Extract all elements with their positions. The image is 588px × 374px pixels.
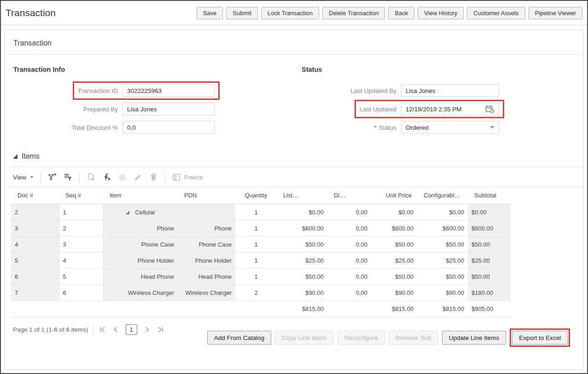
view-menu-label: View	[13, 174, 26, 181]
current-page-input[interactable]: 1	[126, 324, 137, 335]
field-group: Last Updated ByLisa Jones	[345, 81, 504, 100]
column-header-unit[interactable]: Unit Price	[371, 188, 417, 204]
cell-list: $25.00	[277, 253, 327, 269]
toolbar-separator	[41, 172, 41, 183]
prepared-by-label: Prepared By	[83, 106, 118, 113]
page-header: Transaction SaveSubmitLock TransactionDe…	[1, 1, 587, 25]
cell-qty: 1	[235, 269, 277, 285]
field-value: 0.0	[127, 124, 210, 131]
column-header-config[interactable]: Configurabl... ...	[417, 188, 468, 204]
cell-doc: 2	[11, 204, 59, 220]
cell-seq: 1	[59, 204, 103, 220]
cell-unit: $90.00	[371, 285, 417, 301]
last-updated-by-label: Last Updated By	[350, 87, 396, 94]
table-header-row: Doc #Seq #ItemPDNQuantityList PriceDisco…	[11, 188, 511, 204]
table-row[interactable]: 54Phone HolderPhone Holder1$25.000,00$25…	[11, 253, 511, 269]
required-asterisk: *	[374, 124, 377, 131]
cell-pdn: Wireless Charger	[178, 285, 235, 301]
collapse-triangle-icon	[13, 154, 17, 159]
total-disc	[327, 301, 371, 317]
toolbar-separator	[79, 172, 80, 183]
column-header-list[interactable]: List Price	[277, 188, 327, 204]
delete-transaction-button[interactable]: Delete Transaction	[322, 7, 385, 19]
cell-doc: 3	[11, 220, 59, 236]
view-history-button[interactable]: View History	[418, 7, 464, 19]
table-row[interactable]: 21Cellular1$0.000,00$0.00$0.00$0.00	[11, 204, 511, 220]
table-row[interactable]: 32PhonePhone1$600.000,00$600.00$600.00$6…	[11, 220, 511, 236]
cell-unit: $50.00	[371, 236, 417, 253]
table-row[interactable]: 43Phone CasePhone Case1$50.000,00$50.00$…	[11, 236, 511, 253]
status-fields: Last Updated ByLisa JonesLast Updated12/…	[302, 81, 504, 137]
next-page-icon	[144, 326, 151, 333]
tree-expand-icon[interactable]	[126, 211, 129, 214]
remove-sub-button: Remove Sub	[389, 331, 438, 345]
column-header-qty[interactable]: Quantity	[235, 188, 277, 204]
header-actions: SaveSubmitLock TransactionDelete Transac…	[197, 7, 582, 19]
view-menu-button[interactable]: View	[13, 174, 34, 181]
last-updated-by-field[interactable]: Lisa Jones	[401, 84, 499, 97]
column-header-pdn[interactable]: PDN	[178, 188, 235, 204]
pencil-icon	[134, 173, 142, 182]
chevron-down-icon	[30, 176, 34, 178]
toolbar-separator	[165, 172, 165, 183]
update-line-items-button[interactable]: Update Line Items	[442, 331, 506, 345]
pagination-separator	[93, 324, 93, 335]
transaction-section-title: Transaction	[5, 30, 583, 54]
cell-seq: 3	[59, 236, 103, 253]
back-button[interactable]: Back	[388, 7, 414, 19]
cell-list: $600.00	[277, 220, 327, 236]
cell-config: $90.00	[417, 285, 468, 301]
transaction-id-field[interactable]: 3022225963	[122, 84, 215, 97]
cell-item: Cellular	[103, 204, 178, 220]
form-row-status: *StatusOrdered	[302, 118, 504, 137]
submit-button[interactable]: Submit	[226, 7, 257, 19]
items-section-header[interactable]: Items	[5, 152, 583, 167]
previous-page-icon	[112, 326, 119, 333]
calendar-clock-icon[interactable]	[485, 105, 495, 114]
add-from-catalog-button[interactable]: Add From Catalog	[207, 331, 272, 345]
cell-disc: 0,00	[327, 220, 371, 236]
cell-doc: 4	[11, 236, 59, 253]
total-qty	[235, 301, 277, 317]
items-toolbar: View Freeze	[5, 167, 583, 187]
status-label: Status	[379, 124, 396, 131]
last-updated-field[interactable]: 12/18/2019 2:35 PM	[401, 103, 499, 115]
add-filter-icon[interactable]	[48, 173, 57, 182]
last-updated-label: Last Updated	[360, 106, 396, 113]
total-doc	[11, 301, 59, 317]
export-to-excel-button[interactable]: Export to Excel	[512, 331, 568, 345]
column-header-doc[interactable]: Doc #	[11, 188, 59, 204]
customer-assets-button[interactable]: Customer Assets	[467, 7, 525, 19]
column-header-item[interactable]: Item	[103, 188, 178, 204]
pipeline-viewer-button[interactable]: Pipeline Viewer	[529, 7, 582, 19]
table-row[interactable]: 65Head PhoneHead Phone1$50.000,00$50.00$…	[11, 269, 511, 285]
cell-sub: $0.00	[468, 204, 511, 220]
total-unit: $815.00	[371, 301, 417, 317]
prepared-by-field[interactable]: Lisa Jones	[122, 103, 215, 115]
cell-config: $50.00	[417, 236, 468, 253]
query-by-example-icon[interactable]	[64, 173, 72, 182]
save-button[interactable]: Save	[197, 7, 223, 19]
table-footer: Page 1 of 1 (1-6 of 6 items) 1 Add From …	[13, 321, 570, 347]
column-header-sub[interactable]: Subtotal	[468, 188, 511, 204]
status-dropdown[interactable]: Ordered	[401, 121, 499, 134]
reconfigure-button: Reconfigure	[338, 331, 385, 345]
last-page-icon	[157, 326, 164, 333]
form-row-prepared-by: Prepared ByLisa Jones	[13, 100, 220, 118]
quick-add-icon[interactable]	[102, 173, 111, 182]
form-row-last-updated: Last Updated12/18/2019 2:35 PM	[302, 100, 504, 118]
transaction-id-label: Transaction ID	[78, 87, 118, 94]
cell-seq: 6	[59, 285, 103, 301]
cell-seq: 4	[59, 253, 103, 269]
total-discount-field[interactable]: 0.0	[122, 121, 215, 134]
cell-pdn: Phone Holder	[178, 253, 235, 269]
cell-item: Head Phone	[103, 269, 178, 285]
table-row[interactable]: 76Wireless ChargerWireless Charger2$90.0…	[11, 285, 511, 301]
column-header-disc[interactable]: Discount %	[327, 188, 371, 204]
cell-item: Phone Holder	[103, 253, 178, 269]
lock-transaction-button[interactable]: Lock Transaction	[261, 7, 319, 19]
transaction-info-fields: Transaction ID3022225963Prepared ByLisa …	[13, 81, 220, 137]
column-header-seq[interactable]: Seq #	[59, 188, 103, 204]
cell-sub: $50.00	[468, 236, 511, 253]
cell-sub: $25.00	[468, 253, 511, 269]
